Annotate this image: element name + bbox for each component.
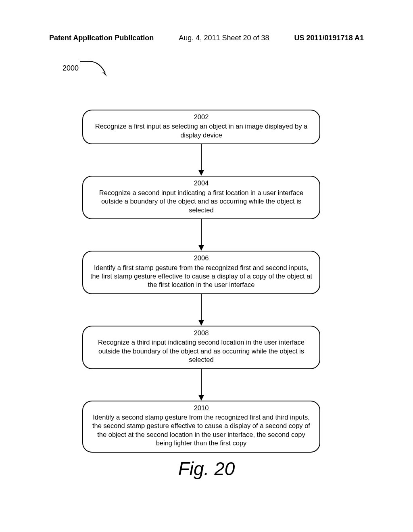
flow-step: 2010 Identify a second stamp gesture fro… xyxy=(82,401,320,453)
flowchart: 2002 Recognize a first input as selectin… xyxy=(82,110,320,453)
step-number: 2006 xyxy=(90,254,312,262)
svg-marker-8 xyxy=(198,395,204,401)
ref-leader-arrow-icon xyxy=(79,58,111,78)
step-text: Identify a second stamp gesture from the… xyxy=(92,414,310,447)
svg-marker-6 xyxy=(198,320,204,326)
flow-step: 2002 Recognize a first input as selectin… xyxy=(82,110,320,144)
step-number: 2008 xyxy=(90,329,312,337)
header-center: Aug. 4, 2011 Sheet 20 of 38 xyxy=(179,34,269,42)
flow-step: 2004 Recognize a second input indicating… xyxy=(82,176,320,219)
header-right: US 2011/0191718 A1 xyxy=(294,34,364,42)
step-text: Recognize a second input indicating a fi… xyxy=(99,189,303,214)
arrow-down-icon xyxy=(197,369,205,401)
flow-step: 2008 Recognize a third input indicating … xyxy=(82,326,320,369)
step-number: 2002 xyxy=(90,113,312,121)
step-text: Recognize a first input as selecting an … xyxy=(95,123,307,138)
figure-caption: Fig. 20 xyxy=(0,458,413,480)
flow-arrow xyxy=(82,219,320,251)
svg-marker-4 xyxy=(198,245,204,251)
arrow-down-icon xyxy=(197,144,205,176)
flow-arrow xyxy=(82,144,320,176)
flow-arrow xyxy=(82,369,320,401)
step-text: Recognize a third input indicating secon… xyxy=(98,339,305,363)
arrow-down-icon xyxy=(197,294,205,326)
flow-step: 2006 Identify a first stamp gesture from… xyxy=(82,251,320,294)
header-left: Patent Application Publication xyxy=(49,34,154,42)
flow-arrow xyxy=(82,294,320,326)
page: Patent Application Publication Aug. 4, 2… xyxy=(0,0,413,532)
page-header: Patent Application Publication Aug. 4, 2… xyxy=(49,34,364,42)
diagram-reference-number: 2000 xyxy=(63,58,111,78)
arrow-down-icon xyxy=(197,219,205,251)
step-number: 2004 xyxy=(90,179,312,187)
step-text: Identify a first stamp gesture from the … xyxy=(90,264,312,289)
ref-number-text: 2000 xyxy=(63,64,79,73)
step-number: 2010 xyxy=(90,404,312,412)
svg-marker-2 xyxy=(198,170,204,176)
